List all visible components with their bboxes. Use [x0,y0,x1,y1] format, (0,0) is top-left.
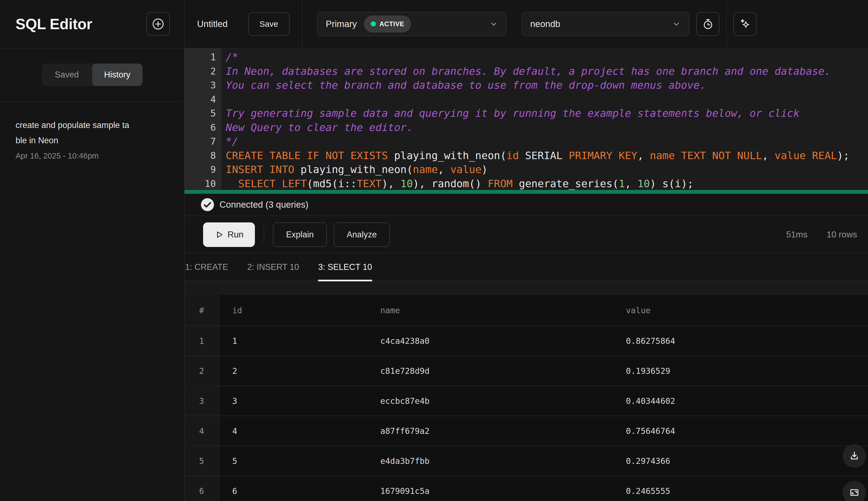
sql-editor: 12345678910 /*In Neon, databases are sto… [185,48,868,190]
table-cell: 5 [219,446,367,476]
sidebar-tab-saved[interactable]: Saved [42,64,92,86]
query-row-count: 10 rows [826,230,857,239]
result-tabs: 1: CREATE2: INSERT 103: SELECT 10 [185,254,868,281]
query-metrics: 51ms 10 rows [786,230,857,239]
history-list: create and populate sample ta ble in Neo… [0,102,184,176]
main-panel: Untitled Save Primary ACTIVE neondb [185,0,868,501]
branch-status-badge: ACTIVE [364,15,411,32]
run-button-label: Run [228,230,244,239]
column-header: id [219,295,367,326]
topbar-divider [726,0,727,48]
query-duration: 51ms [786,230,807,239]
save-button[interactable]: Save [248,12,289,36]
query-group: Untitled Save [185,0,303,48]
row-index: 5 [185,446,219,476]
row-index: 2 [185,356,219,386]
saved-history-toggle: Saved History [42,64,143,86]
table-cell: 3 [219,386,367,416]
code-line[interactable] [226,93,868,107]
code-line[interactable]: New Query to clear the editor. [226,121,868,135]
table-body: 11c4ca4238a00.8627586422c81e728d9d0.1936… [185,326,868,501]
actions-divider [264,226,264,243]
table-row: 44a87ff679a20.75646764 [185,416,868,446]
new-query-button[interactable] [146,12,170,36]
table-cell: 0.2974366 [613,446,868,476]
stopwatch-icon [702,18,714,30]
ai-assist-button[interactable] [733,12,757,36]
row-index: 1 [185,326,219,355]
table-cell: 0.40344602 [613,386,868,416]
results-panel: #idnamevalue 11c4ca4238a00.8627586422c81… [185,281,868,501]
code-line[interactable]: CREATE TABLE IF NOT EXISTS playing_with_… [226,149,868,163]
query-history-button[interactable] [696,12,719,36]
page-title: SQL Editor [15,15,92,33]
topbar: Untitled Save Primary ACTIVE neondb [185,0,868,48]
sidebar: SQL Editor Saved History create and popu… [0,0,185,501]
check-circle-icon [200,198,215,212]
column-header: # [185,295,219,326]
code-line[interactable]: You can select the branch and database t… [226,78,868,93]
line-number: 4 [185,93,216,107]
line-number: 6 [185,121,216,135]
sidebar-header: SQL Editor [0,0,184,48]
table-cell: e4da3b7fbb [367,446,613,476]
table-cell: c4ca4238a0 [367,326,613,355]
sidebar-tabs: Saved History [0,48,184,102]
chevron-down-icon [672,20,680,28]
code-line[interactable]: INSERT INTO playing_with_neon(name, valu… [226,163,868,177]
result-tab[interactable]: 1: CREATE [185,254,228,281]
download-results-button[interactable] [843,444,866,468]
branch-status-text: ACTIVE [380,20,404,28]
table-cell: 0.86275864 [613,326,868,355]
play-icon [215,230,224,239]
code-line[interactable]: In Neon, databases are stored on branche… [226,64,868,78]
explain-button[interactable]: Explain [273,222,327,247]
line-number: 10 [185,177,216,190]
line-number: 9 [185,163,216,177]
line-number: 5 [185,106,216,121]
history-item[interactable]: create and populate sample ta ble in Neo… [15,118,168,160]
table-row: 22c81e728d9d0.1936529 [185,355,868,386]
code-line[interactable]: Try generating sample data and querying … [226,106,868,121]
table-row: 11c4ca4238a00.86275864 [185,326,868,355]
table-cell: 1679091c5a [367,476,613,501]
connection-status-text: Connected (3 queries) [219,200,309,210]
table-cell: 6 [219,476,367,501]
connection-status: Connected (3 queries) [185,194,868,216]
history-item-date: Apr 16, 2025 - 10:46pm [15,151,168,160]
code-line[interactable]: /* [226,50,868,64]
line-number: 8 [185,149,216,163]
branch-select[interactable]: Primary ACTIVE [317,12,506,36]
editor-divider [185,190,868,194]
table-cell: a87ff679a2 [367,416,613,446]
result-tab[interactable]: 3: SELECT 10 [318,254,372,281]
run-button[interactable]: Run [203,222,255,247]
topbar-selectors: Primary ACTIVE neondb [303,0,868,48]
sparkles-icon [739,18,751,30]
history-item-title: create and populate sample ta ble in Neo… [15,118,168,148]
table-cell: eccbc87e4b [367,386,613,416]
table-cell: 2 [219,356,367,386]
database-select[interactable]: neondb [521,12,689,36]
branch-label: Primary [326,19,357,29]
editor-gutter: 12345678910 [185,48,221,190]
query-name[interactable]: Untitled [197,19,228,29]
table-cell: 0.2465555 [613,476,868,501]
analyze-button[interactable]: Analyze [334,222,390,247]
table-row: 33eccbc87e4b0.40344602 [185,386,868,416]
line-number: 1 [185,50,216,64]
actions-row: Run Explain Analyze 51ms 10 rows [185,216,868,254]
table-row: 55e4da3b7fbb0.2974366 [185,446,868,476]
expand-icon [849,487,860,498]
code-line[interactable]: */ [226,135,868,149]
row-index: 4 [185,416,219,446]
code-line[interactable]: SELECT LEFT(md5(i::TEXT), 10), random() … [226,177,868,190]
status-dot [371,21,376,26]
row-index: 6 [185,476,219,501]
result-tab[interactable]: 2: INSERT 10 [247,254,299,281]
table-row: 661679091c5a0.2465555 [185,476,868,501]
chevron-down-icon [490,20,498,28]
sidebar-tab-history[interactable]: History [92,64,143,86]
sql-editor-app: SQL Editor Saved History create and popu… [0,0,868,501]
editor-code[interactable]: /*In Neon, databases are stored on branc… [221,48,868,190]
